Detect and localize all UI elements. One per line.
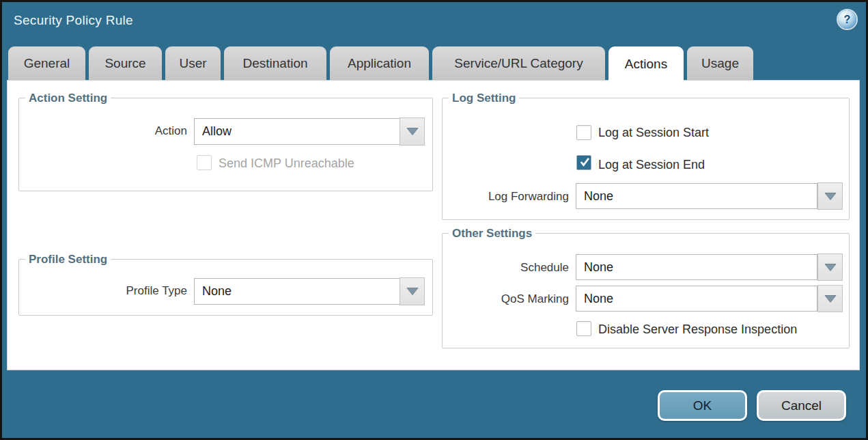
action-select-arrow-button[interactable] <box>400 118 425 146</box>
chevron-down-icon <box>824 191 837 202</box>
chevron-down-icon <box>824 294 837 304</box>
schedule-select[interactable]: None <box>576 254 817 280</box>
action-setting-legend: Action Setting <box>25 92 111 105</box>
tab-application[interactable]: Application <box>330 46 429 80</box>
log-forwarding-label: Log Forwarding <box>466 190 569 204</box>
action-select[interactable]: Allow <box>194 118 400 145</box>
tab-destination[interactable]: Destination <box>224 46 326 80</box>
tab-label: General <box>24 56 70 71</box>
other-settings-legend: Other Settings <box>449 227 535 240</box>
send-icmp-unreachable-label: Send ICMP Unreachable <box>219 156 354 171</box>
tab-label: Service/URL Category <box>454 56 583 71</box>
chevron-down-icon <box>406 286 419 297</box>
tab-label: Source <box>104 56 145 71</box>
dialog-title: Security Policy Rule <box>14 13 133 28</box>
tab-service-url-category[interactable]: Service/URL Category <box>432 46 605 80</box>
chevron-down-icon <box>406 126 419 137</box>
tab-user[interactable]: User <box>165 46 221 80</box>
tab-usage[interactable]: Usage <box>687 46 753 80</box>
log-at-session-start-label: Log at Session Start <box>598 126 709 140</box>
log-forwarding-select[interactable]: None <box>576 183 817 209</box>
qos-marking-select-value: None <box>584 292 613 306</box>
tab-label: Usage <box>701 56 739 71</box>
log-forwarding-select-arrow-button[interactable] <box>817 182 843 210</box>
tab-label: User <box>179 56 206 71</box>
profile-type-select-value: None <box>202 284 232 299</box>
log-at-session-start-checkbox[interactable] <box>576 125 591 140</box>
tab-label: Application <box>348 56 411 71</box>
chevron-down-icon <box>824 262 837 273</box>
qos-marking-select[interactable]: None <box>576 286 817 312</box>
profile-type-select[interactable]: None <box>194 278 400 305</box>
ok-button[interactable]: OK <box>658 390 747 421</box>
disable-server-response-inspection-checkbox[interactable] <box>576 321 591 336</box>
profile-type-label: Profile Type <box>85 284 187 298</box>
log-setting-legend: Log Setting <box>449 92 519 105</box>
tab-source[interactable]: Source <box>89 46 162 80</box>
action-label: Action <box>85 124 187 138</box>
qos-marking-select-arrow-button[interactable] <box>817 285 843 312</box>
tab-general[interactable]: General <box>8 46 85 80</box>
profile-setting-legend: Profile Setting <box>25 253 111 266</box>
qos-marking-label: QoS Marking <box>466 292 569 306</box>
log-forwarding-select-value: None <box>584 189 613 204</box>
help-icon[interactable]: ? <box>838 10 856 29</box>
schedule-select-value: None <box>584 260 613 275</box>
cancel-button[interactable]: Cancel <box>757 390 846 421</box>
cancel-button-label: Cancel <box>781 398 822 413</box>
security-policy-rule-dialog: Security Policy Rule ? General Source Us… <box>0 0 868 440</box>
help-icon-glyph: ? <box>844 14 851 26</box>
profile-type-select-arrow-button[interactable] <box>400 277 425 305</box>
tab-actions[interactable]: Actions <box>608 46 684 82</box>
action-select-value: Allow <box>202 124 232 139</box>
log-at-session-end-checkbox[interactable] <box>576 155 591 170</box>
send-icmp-unreachable-checkbox[interactable] <box>197 155 212 170</box>
ok-button-label: OK <box>693 398 712 413</box>
log-at-session-end-label: Log at Session End <box>598 158 705 172</box>
tab-label: Actions <box>625 57 667 72</box>
tab-label: Destination <box>242 56 307 71</box>
checkmark-icon <box>578 154 591 169</box>
disable-server-response-inspection-label: Disable Server Response Inspection <box>598 322 797 337</box>
schedule-label: Schedule <box>466 261 569 275</box>
schedule-select-arrow-button[interactable] <box>817 253 843 281</box>
